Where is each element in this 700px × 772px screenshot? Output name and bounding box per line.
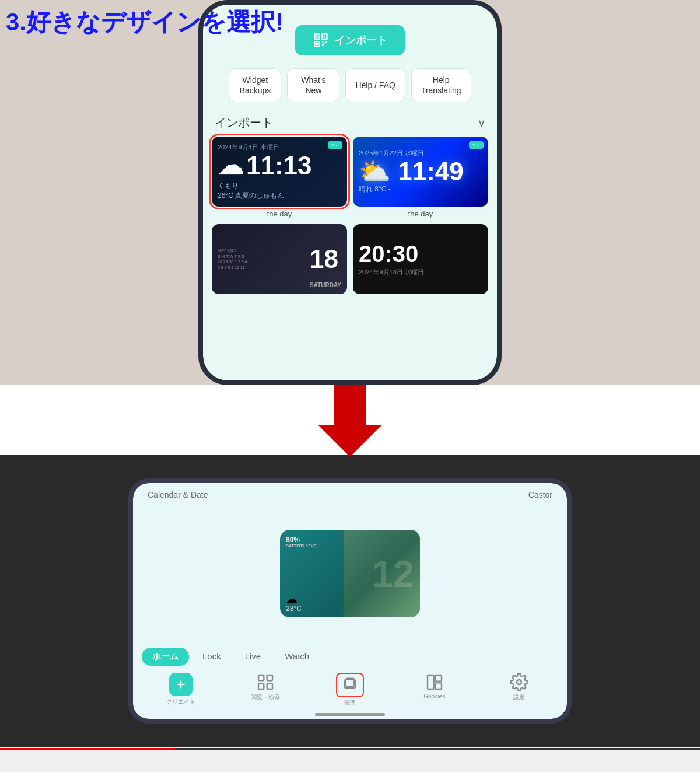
widget-1-time: ☁ 11:13 <box>218 153 341 179</box>
mode-tab-home[interactable]: ホーム <box>142 648 189 666</box>
svg-rect-14 <box>258 684 264 689</box>
tab-manage[interactable]: 管理 <box>330 673 370 707</box>
widget-backups-btn[interactable]: WidgetBackups <box>229 68 281 102</box>
mode-tabs: ホーム Lock Live Watch <box>133 645 567 669</box>
svg-rect-12 <box>258 675 264 680</box>
top-section: 3.好きなデザインを選択! <box>0 0 700 385</box>
grid-icon <box>256 673 275 691</box>
widget-2-inner: 2025年1月22日 水曜日 ⛅ 11:49 晴れ 8°C - 5G+ <box>353 137 488 207</box>
svg-rect-18 <box>428 675 434 689</box>
tab-create[interactable]: クリエイト <box>160 673 201 707</box>
widget-2-signal: 5G+ <box>469 141 484 149</box>
whats-new-btn[interactable]: What'sNew <box>287 68 340 102</box>
import-button-top[interactable]: インポート <box>295 25 405 55</box>
header-left: Calendar & Date <box>148 490 208 499</box>
home-bar <box>315 713 385 716</box>
tab-browse-label: 閲覧・検索 <box>251 693 280 701</box>
video-progress-fill <box>0 748 175 750</box>
widget-1-date: 2024年9月4日 水曜日 <box>218 143 341 152</box>
phone-screen-top: インポート WidgetBackups What'sNew Help / FAQ… <box>203 5 497 380</box>
main-heading: 3.好きなデザインを選択! <box>6 6 284 39</box>
arrow-head <box>318 425 382 457</box>
phone-mockup-bottom: Calendar & Date Castor 80% BATTERY LEVEL… <box>128 478 572 724</box>
chevron-icon: ∨ <box>478 117 485 130</box>
widget-1-inner: 2024年9月4日 水曜日 ☁ 11:13 くもり 26°C 真夏のじゅもん <box>212 137 347 207</box>
mode-tab-lock[interactable]: Lock <box>192 648 232 666</box>
import-section: インポート ∨ <box>203 109 497 137</box>
import-text: インポート <box>215 115 273 131</box>
widget-wrapper-4: 20:30 2024年9月18日 水曜日 <box>353 224 488 294</box>
widget-2-time: ⛅ 11:49 <box>359 159 482 184</box>
cloud-icon-1: ☁ <box>218 153 243 179</box>
tab-create-label: クリエイト <box>166 698 195 706</box>
svg-rect-20 <box>435 683 442 689</box>
preview-cloud-icon: ☁ <box>286 592 298 606</box>
svg-rect-9 <box>326 41 327 43</box>
tab-settings[interactable]: 設定 <box>499 673 540 707</box>
svg-rect-6 <box>322 41 323 43</box>
tab-browse[interactable]: 閲覧・検索 <box>245 673 286 707</box>
widget-4-date: 2024年9月18日 水曜日 <box>359 268 482 277</box>
widget-4-time: 20:30 <box>359 242 482 266</box>
qr-icon <box>313 32 329 48</box>
svg-rect-19 <box>435 675 442 682</box>
widget-2-weather: 晴れ 8°C - <box>359 184 482 194</box>
widget-card-1[interactable]: 2024年9月4日 水曜日 ☁ 11:13 くもり 26°C 真夏のじゅもん <box>212 137 347 207</box>
mode-tab-watch[interactable]: Watch <box>274 648 320 666</box>
widget-1-temp: くもり 26°C 真夏のじゅもん <box>218 181 284 201</box>
gear-icon <box>510 673 528 691</box>
preview-temp: 28°C <box>286 605 302 613</box>
widget-preview-area: 80% BATTERY LEVEL 12 ☁ 28°C <box>133 502 567 645</box>
widget-card-3[interactable]: MAY 2024 S M T W T F S 28 29 30 1 2 3 4 … <box>212 224 347 294</box>
widget-wrapper-1: 2024年9月4日 水曜日 ☁ 11:13 くもり 26°C 真夏のじゅもん <box>212 137 347 218</box>
widget-wrapper-3: MAY 2024 S M T W T F S 28 29 30 1 2 3 4 … <box>212 224 347 294</box>
sun-icon-2: ⛅ <box>359 157 391 186</box>
help-faq-btn[interactable]: Help / FAQ <box>345 68 405 102</box>
arrow-body <box>334 384 366 425</box>
widget-3-inner: MAY 2024 S M T W T F S 28 29 30 1 2 3 4 … <box>212 224 347 294</box>
header-right: Castor <box>528 490 552 499</box>
layers-icon <box>342 676 358 692</box>
day-name: SATURDAY <box>310 282 341 288</box>
preview-widget: 80% BATTERY LEVEL 12 ☁ 28°C <box>280 530 420 617</box>
tab-settings-label: 設定 <box>513 693 525 701</box>
mode-tab-live[interactable]: Live <box>235 648 272 666</box>
battery-info: 80% BATTERY LEVEL <box>286 536 319 548</box>
widget-3-day: 18 <box>310 244 338 274</box>
bottom-header: Calendar & Date Castor <box>133 483 567 502</box>
tab-manage-label: 管理 <box>344 699 356 707</box>
phone-screen-bottom: Calendar & Date Castor 80% BATTERY LEVEL… <box>133 483 567 719</box>
svg-rect-5 <box>316 43 318 46</box>
menu-row: WidgetBackups What'sNew Help / FAQ HelpT… <box>220 68 480 102</box>
widget-1-signal: 5G+ <box>328 141 342 149</box>
widget-1-weather: くもり 26°C 真夏のじゅもん <box>218 181 341 201</box>
phone-mockup-top: インポート WidgetBackups What'sNew Help / FAQ… <box>198 0 502 385</box>
tab-goodies[interactable]: Goodies <box>414 673 455 707</box>
widget-label-2: the day <box>353 209 488 218</box>
red-arrow <box>318 384 382 457</box>
create-icon-bg <box>169 673 192 696</box>
widget-4-inner: 20:30 2024年9月18日 水曜日 <box>353 224 488 294</box>
svg-rect-7 <box>324 43 326 44</box>
goodies-icon <box>425 673 444 691</box>
bottom-section: Calendar & Date Castor 80% BATTERY LEVEL… <box>0 455 700 747</box>
svg-point-21 <box>517 680 522 684</box>
widget-card-4[interactable]: 20:30 2024年9月18日 水曜日 <box>353 224 488 294</box>
tab-goodies-label: Goodies <box>424 693 445 700</box>
import-label[interactable]: インポート ∨ <box>212 109 488 137</box>
help-translating-btn[interactable]: HelpTranslating <box>411 68 471 102</box>
svg-rect-15 <box>267 684 272 689</box>
svg-rect-3 <box>316 36 318 38</box>
month-label: MAY 2024 <box>218 249 236 253</box>
manage-tab-selected <box>336 673 364 697</box>
video-progress-bar[interactable] <box>0 748 700 750</box>
widget-card-2[interactable]: 2025年1月22日 水曜日 ⛅ 11:49 晴れ 8°C - 5G+ <box>353 137 488 207</box>
svg-rect-13 <box>267 675 272 680</box>
svg-rect-4 <box>324 36 326 38</box>
svg-rect-8 <box>322 44 323 46</box>
arrow-section <box>0 385 700 455</box>
tab-bar: クリエイト 閲覧・検索 <box>133 669 567 713</box>
widget-label-1: the day <box>212 209 347 218</box>
nature-overlay <box>344 530 420 617</box>
plus-icon <box>174 678 187 691</box>
